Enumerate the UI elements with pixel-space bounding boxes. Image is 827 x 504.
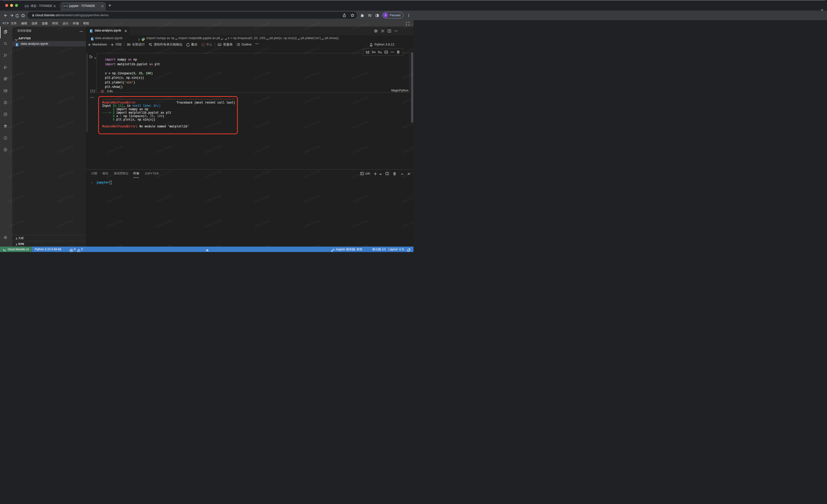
svg-text:(x): (x)	[218, 44, 220, 46]
